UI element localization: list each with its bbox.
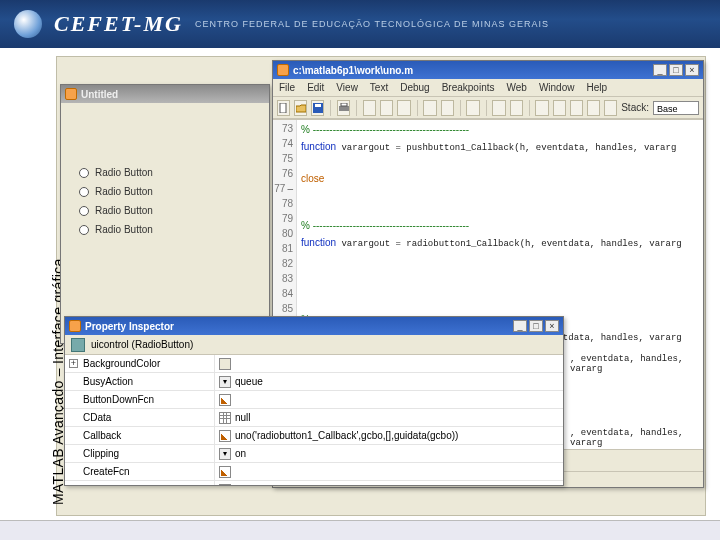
inspector-object-caption: uicontrol (RadioButton) [65, 335, 563, 355]
matrix-icon[interactable] [219, 412, 231, 424]
minimize-icon[interactable]: _ [653, 64, 667, 76]
find-icon[interactable] [466, 100, 479, 116]
expand-icon[interactable]: + [69, 359, 78, 368]
svg-rect-4 [341, 103, 347, 106]
redo-icon[interactable] [441, 100, 454, 116]
svg-rect-3 [339, 106, 349, 111]
slide-footer [0, 520, 720, 540]
continue-icon[interactable] [587, 100, 600, 116]
radio-option[interactable]: Radio Button [79, 186, 261, 197]
save-icon[interactable] [311, 100, 324, 116]
editor-icon [277, 64, 289, 76]
edit-pencil-icon[interactable] [219, 430, 231, 442]
inspector-icon [69, 320, 81, 332]
figure-titlebar[interactable]: Untitled [61, 85, 269, 103]
editor-toolbar: Stack: Base [273, 97, 703, 119]
maximize-icon[interactable]: □ [529, 320, 543, 332]
svg-rect-2 [315, 104, 321, 107]
menu-item[interactable]: Web [506, 82, 526, 93]
menu-item[interactable]: Edit [307, 82, 324, 93]
menu-item[interactable]: Text [370, 82, 388, 93]
print-icon[interactable] [337, 100, 350, 116]
undo-icon[interactable] [423, 100, 436, 116]
cut-icon[interactable] [363, 100, 376, 116]
property-row[interactable]: CDatanull [65, 409, 563, 427]
svg-rect-0 [280, 103, 286, 113]
stop-icon[interactable] [604, 100, 617, 116]
cefet-logo-icon [14, 10, 42, 38]
step-in-icon[interactable] [553, 100, 566, 116]
radio-icon [79, 225, 89, 235]
menu-item[interactable]: View [336, 82, 358, 93]
new-file-icon[interactable] [277, 100, 290, 116]
property-value[interactable]: queue [235, 376, 263, 387]
radio-option[interactable]: Radio Button [79, 167, 261, 178]
property-name: ButtonDownFcn [83, 394, 154, 405]
radio-icon [79, 168, 89, 178]
property-row[interactable]: Callbackuno('radiobutton1_Callback',gcbo… [65, 427, 563, 445]
figure-title: Untitled [81, 89, 265, 100]
step-out-icon[interactable] [570, 100, 583, 116]
property-value[interactable]: null [235, 412, 251, 423]
menu-item[interactable]: Window [539, 82, 575, 93]
minimize-icon[interactable]: _ [513, 320, 527, 332]
close-icon[interactable]: × [545, 320, 559, 332]
property-value[interactable]: on [235, 448, 246, 459]
editor-titlebar[interactable]: c:\matlab6p1\work\uno.m _ □ × [273, 61, 703, 79]
maximize-icon[interactable]: □ [669, 64, 683, 76]
brand-subtitle: CENTRO FEDERAL DE EDUCAÇÃO TECNOLÓGICA D… [195, 19, 549, 29]
property-row[interactable]: Clipping▾on [65, 445, 563, 463]
brand-text: CEFET-MG [54, 11, 183, 37]
code-overflow: , eventdata, handles, vararg [570, 354, 720, 374]
menu-item[interactable]: Debug [400, 82, 429, 93]
property-grid: +BackgroundColorBusyAction▾queueButtonDo… [65, 355, 563, 485]
dropdown-icon[interactable]: ▾ [219, 448, 231, 460]
edit-pencil-icon[interactable] [219, 466, 231, 478]
property-name: CData [83, 412, 111, 423]
property-row[interactable]: DeleteFcn [65, 481, 563, 485]
property-name: DeleteFcn [83, 484, 129, 485]
editor-title: c:\matlab6p1\work\uno.m [293, 65, 649, 76]
menu-item[interactable]: Breakpoints [442, 82, 495, 93]
uicontrol-icon [71, 338, 85, 352]
edit-pencil-icon[interactable] [219, 394, 231, 406]
color-swatch-icon[interactable] [219, 358, 231, 370]
open-file-icon[interactable] [294, 100, 307, 116]
property-name: BusyAction [83, 376, 133, 387]
property-row[interactable]: CreateFcn [65, 463, 563, 481]
breakpoint-set-icon[interactable] [492, 100, 505, 116]
close-icon[interactable]: × [685, 64, 699, 76]
inspector-title: Property Inspector [85, 321, 509, 332]
figure-icon [65, 88, 77, 100]
edit-pencil-icon[interactable] [219, 484, 231, 486]
inspector-titlebar[interactable]: Property Inspector _ □ × [65, 317, 563, 335]
slide-header: CEFET-MG CENTRO FEDERAL DE EDUCAÇÃO TECN… [0, 0, 720, 48]
guide-figure-window: Untitled Radio Button Radio Button Radio… [60, 84, 270, 344]
code-overflow: , eventdata, handles, vararg [570, 428, 720, 448]
property-inspector-window: Property Inspector _ □ × uicontrol (Radi… [64, 316, 564, 486]
property-row[interactable]: BusyAction▾queue [65, 373, 563, 391]
editor-menubar: File Edit View Text Debug Breakpoints We… [273, 79, 703, 97]
radio-icon [79, 187, 89, 197]
radio-icon [79, 206, 89, 216]
stack-dropdown[interactable]: Base [653, 101, 699, 115]
copy-icon[interactable] [380, 100, 393, 116]
property-name: Clipping [83, 448, 119, 459]
radio-option[interactable]: Radio Button [79, 224, 261, 235]
step-icon[interactable] [535, 100, 548, 116]
radio-button-group: Radio Button Radio Button Radio Button R… [69, 167, 261, 235]
property-name: Callback [83, 430, 121, 441]
property-name: BackgroundColor [83, 358, 160, 369]
property-name: CreateFcn [83, 466, 130, 477]
dropdown-icon[interactable]: ▾ [219, 376, 231, 388]
property-row[interactable]: +BackgroundColor [65, 355, 563, 373]
radio-option[interactable]: Radio Button [79, 205, 261, 216]
menu-item[interactable]: File [279, 82, 295, 93]
paste-icon[interactable] [397, 100, 410, 116]
breakpoint-clear-icon[interactable] [510, 100, 523, 116]
stack-label: Stack: [621, 102, 649, 113]
property-value[interactable]: uno('radiobutton1_Callback',gcbo,[],guid… [235, 430, 458, 441]
property-row[interactable]: ButtonDownFcn [65, 391, 563, 409]
menu-item[interactable]: Help [586, 82, 607, 93]
